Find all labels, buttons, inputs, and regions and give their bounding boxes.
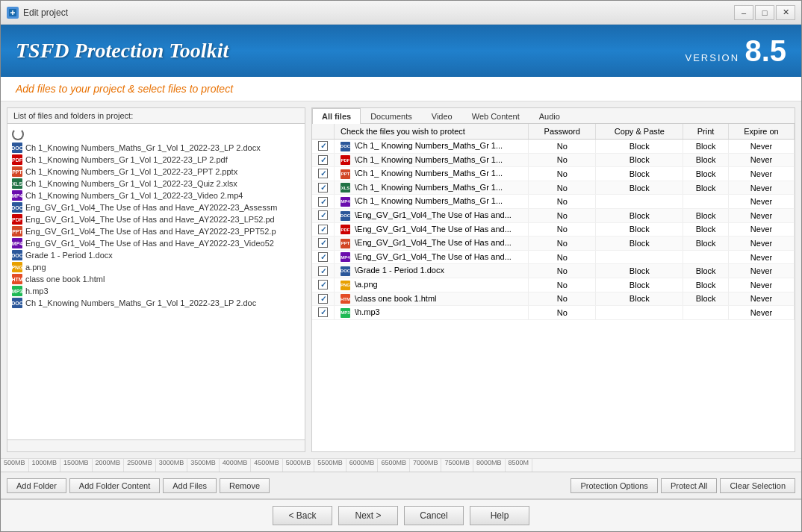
checkbox[interactable]: ✓ [318,197,328,207]
row-expire: Never [729,167,795,181]
back-button[interactable]: < Back [273,506,332,525]
add-folder-button[interactable]: Add Folder [7,478,66,493]
row-checkbox-cell[interactable]: ✓ [312,306,335,320]
list-item[interactable]: PDF Ch 1_Knowing Numbers_Gr 1_Vol 1_2022… [10,154,302,166]
file-list[interactable]: DOC Ch 1_Knowing Numbers_Maths_Gr 1_Vol … [7,124,305,439]
app-icon [7,7,19,19]
checkbox[interactable]: ✓ [318,141,328,151]
scale-marker: 8500M [506,459,533,472]
tabs-container: All filesDocumentsVideoWeb ContentAudio [312,108,795,124]
checkbox[interactable]: ✓ [318,307,328,317]
row-file-name: \Eng_GV_Gr1_Vol4_The Use of Has and... [355,210,512,219]
checkbox[interactable]: ✓ [318,280,328,290]
row-print: Block [683,278,729,292]
checkbox[interactable]: ✓ [318,266,328,276]
close-button[interactable]: ✕ [776,5,795,20]
protection-options-button[interactable]: Protection Options [571,478,658,493]
check-mark: ✓ [320,156,326,164]
row-checkbox-cell[interactable]: ✓ [312,292,335,306]
remove-button[interactable]: Remove [220,478,270,493]
col-print: Print [683,124,729,140]
list-item[interactable]: XLS Ch 1_Knowing Numbers_Gr 1_Vol 1_2022… [10,178,302,190]
table-row: ✓ PPT \Ch 1_ Knowing Numbers_Maths_Gr 1.… [312,167,795,181]
checkbox[interactable]: ✓ [318,210,328,220]
checkbox[interactable]: ✓ [318,169,328,178]
checkbox[interactable]: ✓ [318,225,328,234]
row-checkbox-cell[interactable]: ✓ [312,250,335,264]
row-file-type-icon: PPT [341,169,350,179]
scale-marker: 6000MB [346,459,379,472]
row-checkbox-cell[interactable]: ✓ [312,237,335,251]
list-item[interactable]: PPT Ch 1_Knowing Numbers_Gr 1_Vol 1_2022… [10,166,302,178]
check-mark: ✓ [320,295,326,303]
col-check [312,124,335,140]
check-mark: ✓ [320,267,326,275]
list-item[interactable]: PNG a.png [10,261,302,273]
row-checkbox-cell[interactable]: ✓ [312,167,335,181]
maximize-button[interactable]: □ [755,5,774,20]
row-file-type-icon: MP4 [341,197,350,207]
tab-all-files[interactable]: All files [312,108,361,124]
app-title: TSFD Protection Toolkit [16,39,229,63]
checkbox[interactable]: ✓ [318,294,328,304]
checkbox[interactable]: ✓ [318,155,328,165]
row-expire: Never [729,278,795,292]
list-item[interactable]: MP4 Eng_GV_Gr1_Vol4_The Use of Has and H… [10,237,302,249]
scale-marker: 4000MB [220,459,252,472]
file-type-icon: MP4 [12,238,22,248]
add-files-button[interactable]: Add Files [163,478,217,493]
clear-selection-button[interactable]: Clear Selection [720,478,795,493]
checkbox[interactable]: ✓ [318,252,328,262]
tab-documents[interactable]: Documents [361,108,422,124]
list-item[interactable]: HTM class one book 1.html [10,273,302,285]
row-checkbox-cell[interactable]: ✓ [312,153,335,167]
row-checkbox-cell[interactable]: ✓ [312,222,335,237]
add-folder-content-button[interactable]: Add Folder Content [69,478,160,493]
file-name: Ch 1_Knowing Numbers_Gr 1_Vol 1_2022-23_… [25,179,237,188]
checkbox[interactable]: ✓ [318,183,328,193]
subtitle-text: Add files to your project & select files… [16,83,233,95]
row-expire: Never [729,264,795,278]
row-file-cell: PPT \Eng_GV_Gr1_Vol4_The Use of Has and.… [335,237,529,251]
left-panel: List of files and folders in project: DO… [7,107,305,452]
row-print: Block [683,292,729,306]
list-item[interactable]: DOC Grade 1 - Period 1.docx [10,249,302,261]
row-file-cell: PPT \Ch 1_ Knowing Numbers_Maths_Gr 1... [335,167,529,181]
list-item[interactable]: DOC Eng_GV_Gr1_Vol4_The Use of Has and H… [10,201,302,213]
row-file-cell: PDF \Eng_GV_Gr1_Vol4_The Use of Has and.… [335,222,529,237]
tab-web-content[interactable]: Web Content [462,108,529,124]
refresh-icon[interactable] [12,128,24,140]
list-item[interactable]: PDF Eng_GV_Gr1_Vol4_The Use of Has and H… [10,213,302,225]
row-password: No [529,140,596,154]
cancel-button[interactable]: Cancel [404,506,464,525]
row-checkbox-cell[interactable]: ✓ [312,278,335,292]
list-item[interactable]: MP3 h.mp3 [10,285,302,297]
row-checkbox-cell[interactable]: ✓ [312,140,335,154]
protect-all-button[interactable]: Protect All [661,478,718,493]
row-password: No [529,250,596,264]
horizontal-scrollbar[interactable] [7,439,305,451]
row-checkbox-cell[interactable]: ✓ [312,195,335,209]
minimize-button[interactable]: – [734,5,753,20]
help-button[interactable]: Help [470,506,529,525]
row-file-cell: DOC \Eng_GV_Gr1_Vol4_The Use of Has and.… [335,208,529,222]
tab-video[interactable]: Video [422,108,462,124]
list-item[interactable]: DOC Ch 1_Knowing Numbers_Maths_Gr 1_Vol … [10,297,302,309]
table-row: ✓ MP3 \h.mp3 No Never [312,306,795,320]
list-item[interactable]: DOC Ch 1_Knowing Numbers_Maths_Gr 1_Vol … [10,142,302,154]
row-file-cell: DOC \Ch 1_ Knowing Numbers_Maths_Gr 1... [335,140,529,154]
file-name: h.mp3 [25,287,49,295]
list-item[interactable]: PPT Eng_GV_Gr1_Vol4_The Use of Has and H… [10,225,302,237]
checkbox[interactable]: ✓ [318,238,328,248]
file-table-container[interactable]: Check the files you wish to protect Pass… [312,124,795,451]
row-password: No [529,306,596,320]
tab-audio[interactable]: Audio [529,108,570,124]
row-checkbox-cell[interactable]: ✓ [312,208,335,222]
scale-marker: 1000MB [29,459,61,472]
version-label: VERSION [686,52,740,63]
next-button[interactable]: Next > [338,506,398,525]
row-checkbox-cell[interactable]: ✓ [312,181,335,195]
row-checkbox-cell[interactable]: ✓ [312,264,335,278]
list-item[interactable]: MP4 Ch 1_Knowing Numbers_Gr 1_Vol 1_2022… [10,190,302,201]
row-password: No [529,181,596,195]
